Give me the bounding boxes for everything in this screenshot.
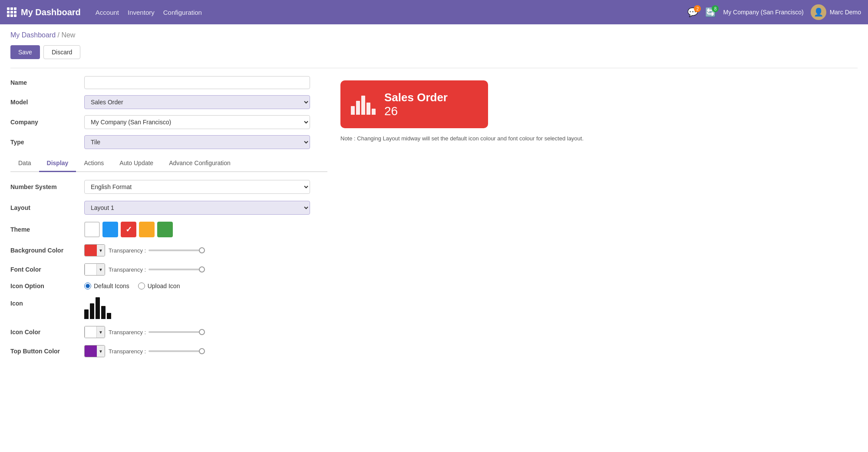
discard-button[interactable]: Discard <box>43 45 80 59</box>
company-select[interactable]: My Company (San Francisco) <box>84 115 310 129</box>
note-content: Note : Changing Layout midway will set t… <box>340 135 584 142</box>
toolbar: Save Discard <box>10 45 858 59</box>
user-name: Marc Demo <box>830 9 861 16</box>
display-panel: Number System English Format Layout Layo… <box>10 180 327 357</box>
icon-transparency-thumb[interactable] <box>199 329 205 335</box>
icon-color-arrow: ▼ <box>97 326 105 338</box>
company-label: Company <box>10 119 84 126</box>
tab-actions[interactable]: Actions <box>76 155 112 172</box>
icon-option-upload-radio[interactable] <box>138 282 145 289</box>
top-button-transparency: Transparency : <box>109 348 205 355</box>
topnav-links: Account Inventory Configuration <box>96 9 202 16</box>
topnav-right: 💬 2 🔄 8 My Company (San Francisco) 👤 Mar… <box>687 4 861 20</box>
theme-row: Theme ✓ <box>10 222 327 237</box>
model-label: Model <box>10 99 84 106</box>
nav-inventory[interactable]: Inventory <box>128 9 155 16</box>
tab-display[interactable]: Display <box>39 155 76 172</box>
icon-option-default-label[interactable]: Default Icons <box>84 282 129 289</box>
top-button-transparency-label: Transparency : <box>109 348 146 355</box>
breadcrumb: My Dashboard / New <box>10 31 858 39</box>
preview-card-icon <box>351 94 376 115</box>
icon-label: Icon <box>10 296 84 307</box>
icon-option-default-radio[interactable] <box>84 282 91 289</box>
messages-button[interactable]: 💬 2 <box>687 7 698 17</box>
icon-preview[interactable] <box>84 296 111 319</box>
name-row: Name <box>10 76 327 89</box>
divider <box>10 68 858 68</box>
updates-button[interactable]: 🔄 8 <box>705 7 716 17</box>
avatar: 👤 <box>811 4 826 20</box>
top-button-transparency-thumb[interactable] <box>199 348 205 354</box>
grid-icon[interactable] <box>7 7 17 17</box>
theme-swatch-red[interactable]: ✓ <box>121 222 136 237</box>
form-section: Name Model Sales Order Company <box>10 76 327 364</box>
user-info[interactable]: 👤 Marc Demo <box>811 4 861 20</box>
font-transparency-track <box>149 269 205 270</box>
layout-select[interactable]: Layout 1 <box>84 201 310 215</box>
number-system-select[interactable]: English Format <box>84 180 310 194</box>
background-transparency-thumb[interactable] <box>199 247 205 253</box>
top-button-color-box <box>85 345 97 357</box>
note-text: Note : Changing Layout midway will set t… <box>340 135 858 142</box>
tab-auto-update[interactable]: Auto Update <box>112 155 161 172</box>
type-label: Type <box>10 139 84 146</box>
nav-configuration[interactable]: Configuration <box>163 9 202 16</box>
icon-option-upload-label[interactable]: Upload Icon <box>138 282 180 289</box>
name-input[interactable] <box>84 76 310 89</box>
font-transparency-label: Transparency : <box>109 266 146 273</box>
breadcrumb-root[interactable]: My Dashboard <box>10 31 56 39</box>
nav-account[interactable]: Account <box>96 9 119 16</box>
icon-option-group: Default Icons Upload Icon <box>84 282 180 289</box>
tab-advance-configuration[interactable]: Advance Configuration <box>161 155 238 172</box>
icon-option-label: Icon Option <box>10 282 84 289</box>
top-button-color-row: Top Button Color ▼ Transparency : <box>10 345 327 357</box>
type-row: Type Tile <box>10 135 327 149</box>
layout-label: Layout <box>10 204 84 211</box>
name-label: Name <box>10 79 84 86</box>
preview-card-text: Sales Order 26 <box>384 91 448 118</box>
model-row: Model Sales Order <box>10 95 327 109</box>
preview-card: Sales Order 26 <box>340 80 488 128</box>
tab-data[interactable]: Data <box>10 155 39 172</box>
layout-row: Layout Layout 1 <box>10 201 327 215</box>
name-input-wrapper <box>84 76 327 89</box>
font-color-picker: ▼ Transparency : <box>84 263 205 276</box>
background-color-box <box>85 244 97 256</box>
theme-swatch-green[interactable] <box>157 222 173 237</box>
background-color-row: Background Color ▼ Transparency : <box>10 244 327 256</box>
company-select-wrapper: My Company (San Francisco) <box>84 115 327 129</box>
background-transparency: Transparency : <box>109 247 205 254</box>
icon-color-button[interactable]: ▼ <box>84 326 105 338</box>
company-name: My Company (San Francisco) <box>723 9 803 16</box>
font-color-row: Font Color ▼ Transparency : <box>10 263 327 276</box>
top-button-color-button[interactable]: ▼ <box>84 345 105 357</box>
save-button[interactable]: Save <box>10 45 40 59</box>
type-select-wrapper: Tile <box>84 135 327 149</box>
top-button-color-picker: ▼ Transparency : <box>84 345 205 357</box>
model-select[interactable]: Sales Order <box>84 95 310 109</box>
font-color-button[interactable]: ▼ <box>84 263 105 276</box>
icon-option-upload-text: Upload Icon <box>148 282 180 289</box>
background-transparency-label: Transparency : <box>109 247 146 254</box>
checkmark-icon: ✓ <box>125 225 132 234</box>
icon-option-row: Icon Option Default Icons Upload Icon <box>10 282 327 289</box>
background-color-label: Background Color <box>10 247 84 254</box>
brand-title: My Dashboard <box>21 7 81 17</box>
font-color-arrow: ▼ <box>97 263 105 276</box>
type-select[interactable]: Tile <box>84 135 310 149</box>
theme-swatch-orange[interactable] <box>139 222 155 237</box>
font-color-box <box>85 263 97 276</box>
background-color-button[interactable]: ▼ <box>84 244 105 256</box>
icon-transparency: Transparency : <box>109 329 205 336</box>
preview-card-count: 26 <box>384 104 448 118</box>
icon-transparency-track <box>149 331 205 333</box>
font-transparency-thumb[interactable] <box>199 266 205 273</box>
icon-row: Icon <box>10 296 327 319</box>
theme-swatch-blue[interactable] <box>102 222 118 237</box>
theme-swatches: ✓ <box>84 222 173 237</box>
theme-swatch-white[interactable] <box>84 222 100 237</box>
background-color-picker: ▼ Transparency : <box>84 244 205 256</box>
top-button-color-label: Top Button Color <box>10 348 84 355</box>
icon-color-label: Icon Color <box>10 329 84 336</box>
font-color-label: Font Color <box>10 266 84 273</box>
